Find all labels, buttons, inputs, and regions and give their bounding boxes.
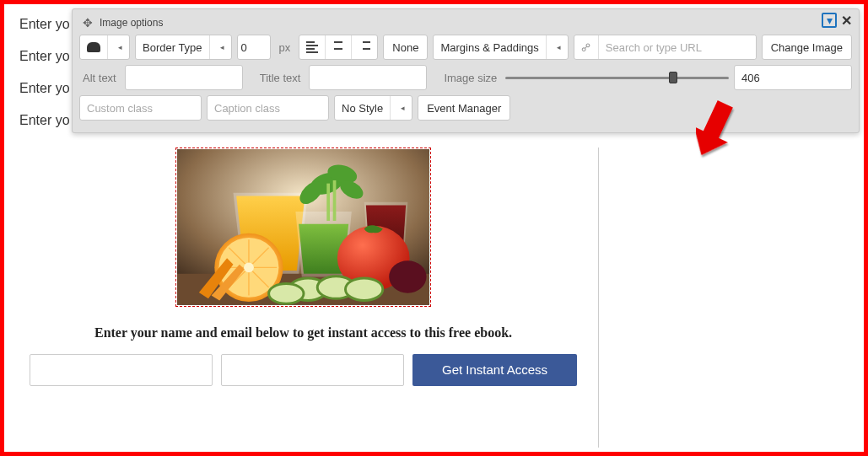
toolbar-row-1: ◂ Border Type ◂ px None Margins & Paddin…	[79, 35, 852, 60]
chevron-left-icon: ◂	[217, 43, 224, 51]
background-placeholder-text: Enter yo Enter yo Enter yo Enter yo	[19, 8, 70, 137]
float-none-button[interactable]: None	[383, 35, 428, 60]
svg-point-20	[268, 284, 303, 304]
border-width-input[interactable]	[237, 35, 271, 60]
panel-header: ✥ Image options	[79, 14, 852, 35]
form-heading: Enter your name and email below to get i…	[94, 325, 512, 341]
name-input[interactable]	[30, 354, 213, 386]
border-type-dropdown[interactable]: Border Type ◂	[135, 35, 232, 60]
align-left-button[interactable]	[299, 35, 326, 59]
page-content: Enter your name and email below to get i…	[8, 148, 860, 448]
email-input[interactable]	[221, 354, 404, 386]
alt-text-label: Alt text	[79, 72, 120, 84]
image-options-panel: ✥ Image options ▾ ✕ ◂ Border Type ◂ px N…	[72, 8, 860, 133]
chevron-left-icon: ◂	[553, 43, 561, 51]
custom-class-input[interactable]	[79, 95, 202, 121]
collapse-button[interactable]: ▾	[822, 13, 837, 28]
chevron-left-icon: ◂	[397, 104, 405, 112]
caption-class-input[interactable]	[207, 95, 329, 121]
border-unit-label: px	[276, 41, 294, 54]
change-image-button[interactable]: Change Image	[762, 35, 852, 60]
margins-paddings-dropdown[interactable]: Margins & Paddings ◂	[433, 35, 568, 60]
chevron-left-icon: ◂	[115, 43, 122, 51]
svg-point-9	[389, 260, 426, 292]
color-picker[interactable]: ◂	[79, 35, 130, 60]
panel-title: Image options	[100, 17, 163, 29]
align-right-button[interactable]	[352, 35, 377, 59]
svg-rect-6	[326, 184, 330, 221]
palette-icon	[87, 42, 100, 52]
close-button[interactable]: ✕	[838, 13, 854, 28]
toolbar-row-2: Alt text Title text Image size	[79, 65, 852, 90]
get-instant-access-button[interactable]: Get Instant Access	[412, 354, 577, 386]
svg-rect-7	[332, 180, 336, 221]
toolbar-row-3: No Style ◂ Event Manager	[79, 95, 852, 121]
svg-point-16	[244, 262, 254, 272]
no-style-dropdown[interactable]: No Style ◂	[334, 95, 412, 121]
url-input-group: ⚯	[574, 35, 757, 60]
panel-window-controls: ▾ ✕	[822, 13, 854, 28]
title-text-input[interactable]	[309, 65, 427, 90]
image-size-input[interactable]	[734, 65, 852, 90]
content-image	[177, 149, 430, 305]
slider-thumb[interactable]	[669, 72, 677, 83]
move-icon[interactable]: ✥	[83, 16, 93, 30]
url-input[interactable]	[599, 35, 756, 59]
event-manager-button[interactable]: Event Manager	[418, 95, 510, 121]
align-center-button[interactable]	[326, 35, 352, 59]
main-column: Enter your name and email below to get i…	[8, 148, 599, 448]
svg-point-19	[345, 278, 382, 301]
alignment-group	[299, 35, 378, 60]
link-icon: ⚯	[574, 35, 599, 59]
title-text-label: Title text	[256, 72, 305, 84]
alt-text-input[interactable]	[125, 65, 243, 90]
image-size-label: Image size	[440, 72, 500, 84]
optin-form-row: Get Instant Access	[21, 354, 585, 386]
image-size-slider[interactable]	[505, 69, 729, 86]
selected-image-frame[interactable]	[175, 148, 432, 307]
